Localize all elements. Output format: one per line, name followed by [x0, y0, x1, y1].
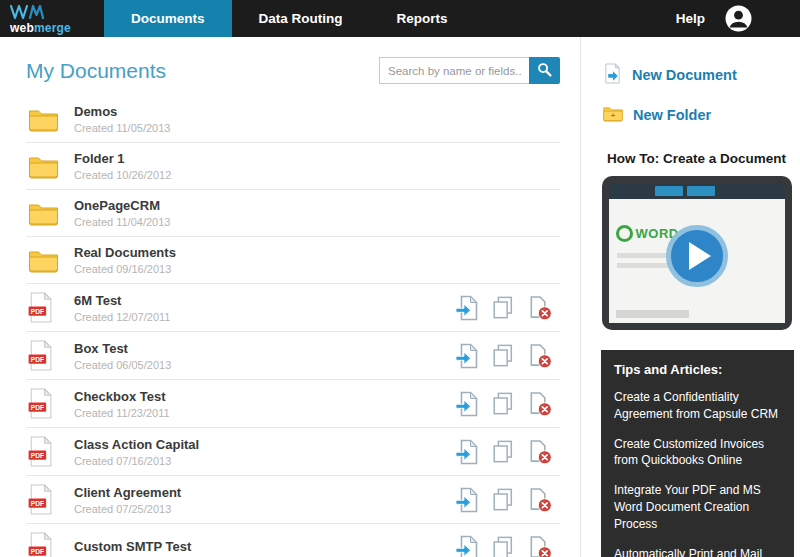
- article-link[interactable]: Integrate Your PDF and MS Word Document …: [614, 482, 781, 532]
- document-created: Created 10/26/2012: [74, 169, 171, 181]
- new-folder-label: New Folder: [633, 107, 711, 123]
- nav-data-routing[interactable]: Data Routing: [232, 0, 370, 37]
- sidebar: New Document + New Folder How To: Create…: [580, 37, 800, 557]
- webmerge-app: webmerge Documents Data Routing Reports …: [0, 0, 800, 557]
- document-name: Real Documents: [74, 245, 176, 260]
- copy-document-icon[interactable]: [491, 487, 515, 513]
- pdf-file-icon: PDF: [28, 292, 66, 323]
- page-title: My Documents: [26, 59, 166, 83]
- nav-documents[interactable]: Documents: [104, 0, 232, 37]
- copy-document-icon[interactable]: [491, 295, 515, 321]
- new-folder-link[interactable]: + New Folder: [603, 105, 794, 125]
- svg-text:PDF: PDF: [31, 452, 44, 459]
- row-actions: [455, 439, 558, 465]
- nav-reports[interactable]: Reports: [370, 0, 475, 37]
- video-thumbnail[interactable]: WORD: [602, 176, 792, 330]
- copy-document-icon[interactable]: [491, 391, 515, 417]
- documents-header: My Documents: [0, 37, 580, 96]
- row-actions: [455, 295, 558, 321]
- row-actions: [455, 487, 558, 513]
- row-text: Class Action CapitalCreated 07/16/2013: [74, 437, 199, 467]
- merge-document-icon[interactable]: [455, 535, 479, 557]
- document-created: Created 06/05/2013: [74, 359, 171, 371]
- document-row[interactable]: PDFCustom SMTP Test: [26, 524, 560, 557]
- document-created: Created 07/16/2013: [74, 455, 199, 467]
- content-area: My Documents DemosCreated 11/05/2013Fold…: [0, 37, 800, 557]
- new-document-label: New Document: [632, 67, 737, 83]
- delete-document-icon[interactable]: [527, 535, 552, 557]
- tips-list: Create a Confidentiality Agreement from …: [614, 389, 781, 557]
- row-text: Real DocumentsCreated 09/16/2013: [74, 245, 176, 275]
- delete-document-icon[interactable]: [527, 439, 552, 465]
- new-document-link[interactable]: New Document: [603, 63, 794, 87]
- document-created: Created 09/16/2013: [74, 263, 176, 275]
- search-button[interactable]: [529, 57, 560, 84]
- delete-document-icon[interactable]: [527, 343, 552, 369]
- row-text: Custom SMTP Test: [74, 539, 191, 557]
- pdf-file-icon: PDF: [28, 388, 66, 419]
- row-text: Folder 1Created 10/26/2012: [74, 151, 171, 181]
- article-link[interactable]: Create Customized Invoices from Quickboo…: [614, 436, 781, 470]
- article-link[interactable]: Automatically Print and Mail Documents w…: [614, 546, 781, 557]
- folder-icon: [28, 201, 66, 226]
- folder-row[interactable]: Real DocumentsCreated 09/16/2013: [26, 237, 560, 284]
- merge-document-icon[interactable]: [455, 391, 479, 417]
- new-document-icon: [603, 63, 622, 87]
- document-row[interactable]: PDFBox TestCreated 06/05/2013: [26, 332, 560, 380]
- main-nav: Documents Data Routing Reports: [104, 0, 475, 37]
- merge-document-icon[interactable]: [455, 439, 479, 465]
- document-created: Created 12/07/2011: [74, 311, 170, 323]
- document-name: 6M Test: [74, 293, 170, 308]
- search-box: [379, 57, 560, 84]
- document-row[interactable]: PDFClass Action CapitalCreated 07/16/201…: [26, 428, 560, 476]
- row-text: Box TestCreated 06/05/2013: [74, 341, 171, 371]
- document-name: Demos: [74, 104, 170, 119]
- row-text: DemosCreated 11/05/2013: [74, 104, 170, 134]
- play-button-icon[interactable]: [666, 225, 728, 287]
- delete-document-icon[interactable]: [527, 391, 552, 417]
- copy-document-icon[interactable]: [491, 343, 515, 369]
- document-row[interactable]: PDF6M TestCreated 12/07/2011: [26, 284, 560, 332]
- document-name: Checkbox Test: [74, 389, 170, 404]
- folder-icon: [28, 154, 66, 179]
- document-name: OnePageCRM: [74, 198, 170, 213]
- folder-row[interactable]: OnePageCRMCreated 11/04/2013: [26, 190, 560, 237]
- svg-text:PDF: PDF: [31, 308, 44, 315]
- row-actions: [455, 391, 558, 417]
- folder-icon: [28, 107, 66, 132]
- merge-document-icon[interactable]: [455, 343, 479, 369]
- copy-document-icon[interactable]: [491, 535, 515, 557]
- tips-box: Tips and Articles: Create a Confidential…: [601, 350, 794, 557]
- webmerge-logo[interactable]: webmerge: [0, 0, 104, 37]
- document-name: Client Agreement: [74, 485, 181, 500]
- pdf-file-icon: PDF: [28, 436, 66, 467]
- svg-text:+: +: [611, 112, 616, 121]
- help-link[interactable]: Help: [656, 0, 725, 37]
- folder-row[interactable]: DemosCreated 11/05/2013: [26, 96, 560, 143]
- folder-row[interactable]: Folder 1Created 10/26/2012: [26, 143, 560, 190]
- document-name: Custom SMTP Test: [74, 539, 191, 554]
- user-avatar-icon[interactable]: [725, 0, 752, 37]
- delete-document-icon[interactable]: [527, 295, 552, 321]
- article-link[interactable]: Create a Confidentiality Agreement from …: [614, 389, 781, 423]
- row-text: Client AgreementCreated 07/25/2013: [74, 485, 181, 515]
- merge-document-icon[interactable]: [455, 295, 479, 321]
- pdf-file-icon: PDF: [28, 340, 66, 371]
- search-input[interactable]: [379, 57, 529, 84]
- documents-panel: My Documents DemosCreated 11/05/2013Fold…: [0, 37, 580, 557]
- document-row[interactable]: PDFClient AgreementCreated 07/25/2013: [26, 476, 560, 524]
- merge-document-icon[interactable]: [455, 487, 479, 513]
- document-created: Created 11/23/2011: [74, 407, 170, 419]
- svg-text:PDF: PDF: [31, 500, 44, 507]
- svg-text:PDF: PDF: [31, 548, 44, 555]
- document-created: Created 07/25/2013: [74, 503, 181, 515]
- row-actions: [455, 535, 558, 557]
- svg-text:PDF: PDF: [31, 356, 44, 363]
- copy-document-icon[interactable]: [491, 439, 515, 465]
- document-row[interactable]: PDFCheckbox TestCreated 11/23/2011: [26, 380, 560, 428]
- new-folder-icon: +: [603, 105, 623, 125]
- row-actions: [455, 343, 558, 369]
- row-text: Checkbox TestCreated 11/23/2011: [74, 389, 170, 419]
- delete-document-icon[interactable]: [527, 487, 552, 513]
- top-navbar: webmerge Documents Data Routing Reports …: [0, 0, 800, 37]
